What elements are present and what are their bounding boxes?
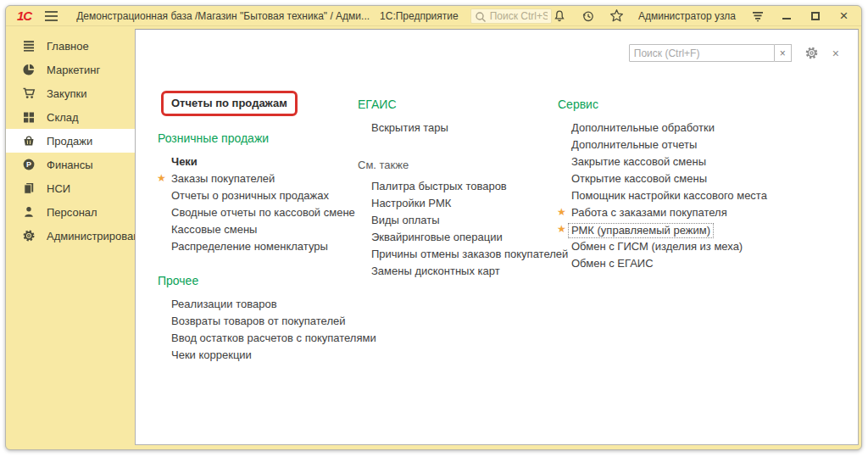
menu-item[interactable]: Обмен с ГИСМ (изделия из меха) — [571, 240, 829, 257]
favorite-star-icon: ★ — [557, 223, 566, 235]
titlebar-actions: Администратор узла × — [552, 8, 851, 23]
favorite-star-icon: ★ — [557, 206, 566, 218]
sales-basket-icon — [22, 134, 36, 148]
sidebar-item-glavnoe[interactable]: Главное — [6, 34, 135, 58]
see-also-header: См. также — [358, 159, 554, 171]
close-button[interactable]: × — [837, 8, 851, 23]
sidebar-item-label: Закупки — [47, 87, 86, 100]
person-icon — [22, 205, 36, 219]
minimize-button[interactable] — [779, 8, 793, 23]
menu-item[interactable]: Виды оплаты — [371, 214, 554, 231]
menu-item[interactable]: Дополнительные обработки — [571, 121, 829, 138]
menu-item[interactable]: Закрытие кассовой смены — [571, 155, 829, 172]
home-list-icon — [22, 39, 36, 53]
menu-item[interactable]: Открытие кассовой смены — [571, 172, 829, 189]
sidebar-item-label: Главное — [47, 40, 89, 53]
panel-search: × — [629, 44, 792, 62]
menu-item[interactable]: Обмен с ЕГАИС — [571, 257, 829, 274]
sidebar-item-label: Финансы — [47, 159, 93, 171]
menu-item[interactable]: Настройки РМК — [371, 197, 554, 214]
sidebar-item-prodazhi[interactable]: Продажи — [6, 129, 135, 153]
menu-item[interactable]: Дополнительные отчеты — [571, 138, 829, 155]
sections-sidebar: Главное Маркетинг Закупки Склад Продажи … — [6, 26, 135, 449]
section-header: ЕГАИС — [358, 98, 554, 111]
sidebar-item-zakupki[interactable]: Закупки — [6, 81, 135, 105]
menu-item[interactable]: ★Работа с заказами покупателя — [571, 206, 829, 223]
sidebar-item-finansy[interactable]: Р Финансы — [6, 153, 135, 176]
menu-item[interactable]: Помощник настройки кассового места — [571, 189, 829, 206]
menu-column-1: Отчеты по продажам Розничные продажи Чек… — [158, 91, 356, 365]
menu-item[interactable]: Палитра быстрых товаров — [371, 180, 554, 197]
warehouse-grid-icon — [22, 110, 36, 124]
titlebar: 1С Демонстрационная база /Магазин "Бытов… — [6, 6, 861, 26]
menu-item[interactable]: Ввод остатков расчетов с покупателями — [171, 332, 356, 348]
sidebar-item-personal[interactable]: Персонал — [6, 200, 135, 224]
menu-item-focused[interactable]: ★РМК (управляемый режим) — [571, 223, 829, 240]
global-search — [470, 8, 552, 24]
panel-toolbar: × × — [629, 44, 839, 62]
1c-logo-icon: 1С — [17, 9, 31, 22]
shopping-cart-icon — [22, 86, 36, 100]
finance-ruble-icon: Р — [22, 158, 36, 171]
menu-item[interactable]: Кассовые смены — [171, 223, 356, 240]
restore-button[interactable] — [808, 8, 822, 23]
reference-books-icon — [22, 181, 36, 195]
panel-search-input[interactable] — [629, 44, 775, 62]
section-header: Сервис — [558, 98, 829, 111]
current-user-label: Администратор узла — [638, 10, 736, 22]
menu-column-3: Сервис Дополнительные обработки Дополнит… — [558, 98, 829, 274]
service-settings-icon[interactable] — [750, 8, 765, 23]
sidebar-item-administrirovanie[interactable]: Администрирование — [6, 224, 135, 248]
pie-chart-icon — [22, 63, 36, 76]
menu-item[interactable]: Вскрытия тары — [371, 121, 554, 138]
menu-item[interactable]: Сводные отчеты по кассовой смене — [171, 206, 356, 223]
menu-item[interactable]: Причины отмены заказов покупателей — [371, 248, 554, 265]
menu-item[interactable]: Отчеты о розничных продажах — [171, 189, 356, 206]
menu-item[interactable]: ★Заказы покупателей — [171, 172, 356, 189]
favorite-star-icon: ★ — [157, 172, 166, 184]
favorites-star-icon[interactable] — [609, 8, 624, 23]
notifications-bell-icon[interactable] — [552, 8, 566, 23]
menu-item[interactable]: Чеки коррекции — [171, 348, 356, 365]
sidebar-item-label: Персонал — [47, 206, 97, 219]
sidebar-item-label: Маркетинг — [47, 64, 100, 76]
menu-item-otchety-po-prodazham-highlighted[interactable]: Отчеты по продажам — [161, 91, 298, 116]
menu-item[interactable]: Эквайринговые операции — [371, 231, 554, 248]
svg-text:Р: Р — [26, 160, 31, 169]
menu-item[interactable]: Распределение номенклатуры — [171, 240, 356, 257]
sidebar-item-nsi[interactable]: НСИ — [6, 176, 135, 200]
app-window: 1С Демонстрационная база /Магазин "Бытов… — [5, 5, 862, 450]
menu-item[interactable]: Замены дисконтных карт — [371, 265, 554, 281]
panel-settings-gear-icon[interactable] — [804, 46, 819, 60]
sidebar-item-label: НСИ — [47, 182, 70, 195]
history-icon[interactable] — [581, 8, 595, 23]
sidebar-item-label: Склад — [47, 111, 79, 124]
menu-column-2: ЕГАИС Вскрытия тары См. также Палитра бы… — [358, 98, 554, 281]
sidebar-item-sklad[interactable]: Склад — [6, 105, 135, 129]
menu-item[interactable]: Возвраты товаров от покупателей — [171, 315, 356, 332]
search-icon — [475, 11, 487, 23]
app-name: 1С:Предприятие — [380, 10, 459, 22]
menu-item[interactable]: Реализации товаров — [171, 298, 356, 315]
search-clear-icon[interactable]: × — [775, 44, 792, 62]
main-menu-icon[interactable] — [45, 11, 58, 21]
section-functions-panel: × × Отчеты по продажам Розничные продажи… — [135, 29, 859, 445]
sidebar-item-marketing[interactable]: Маркетинг — [6, 58, 135, 81]
section-header: Розничные продажи — [158, 131, 356, 145]
menu-item[interactable]: Чеки — [171, 155, 356, 172]
gear-icon — [22, 229, 36, 242]
sidebar-item-label: Продажи — [47, 135, 92, 148]
section-header: Прочее — [158, 274, 356, 287]
panel-close-icon[interactable]: × — [832, 47, 839, 59]
window-title: Демонстрационная база /Магазин "Бытовая … — [76, 10, 370, 22]
